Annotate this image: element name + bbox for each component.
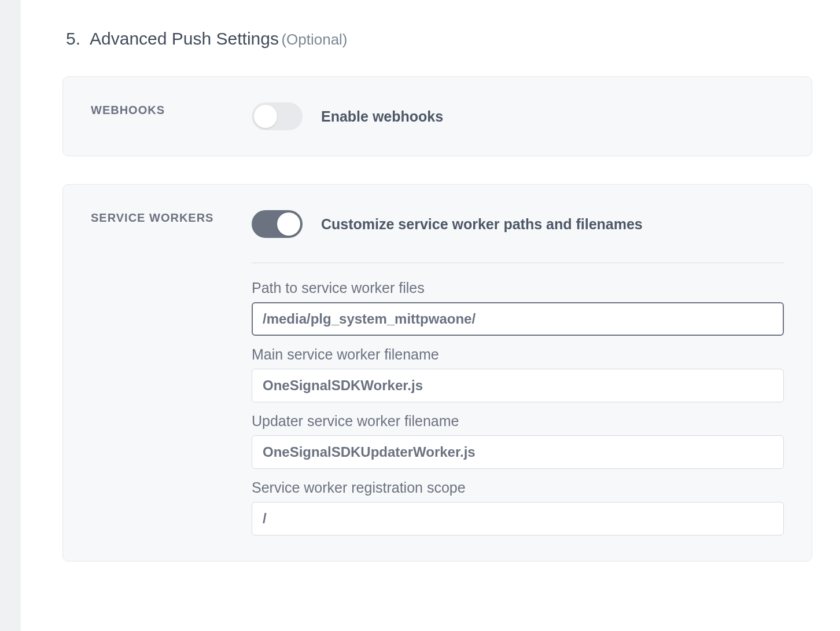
scope-label: Service worker registration scope	[252, 479, 784, 496]
path-label: Path to service worker files	[252, 280, 784, 296]
main-filename-label: Main service worker filename	[252, 346, 784, 363]
path-input[interactable]	[252, 302, 784, 336]
service-workers-toggle-label: Customize service worker paths and filen…	[321, 216, 643, 233]
webhooks-toggle-label: Enable webhooks	[321, 108, 443, 125]
scope-input[interactable]	[252, 502, 784, 535]
page-container: 5. Advanced Push Settings (Optional) WEB…	[21, 0, 840, 631]
updater-filename-input[interactable]	[252, 435, 784, 469]
webhooks-card: WEBHOOKS Enable webhooks	[62, 76, 812, 156]
section-title: Advanced Push Settings	[90, 29, 279, 48]
updater-filename-label: Updater service worker filename	[252, 413, 784, 430]
toggle-knob	[254, 105, 277, 128]
section-number: 5.	[66, 29, 80, 49]
webhooks-label: WEBHOOKS	[91, 104, 252, 117]
service-workers-label: SERVICE WORKERS	[91, 211, 252, 225]
service-workers-card: SERVICE WORKERS Customize service worker…	[62, 184, 812, 562]
service-workers-toggle[interactable]	[252, 210, 303, 238]
toggle-knob	[277, 212, 300, 236]
divider	[252, 262, 784, 263]
section-heading: 5. Advanced Push Settings (Optional)	[21, 0, 840, 49]
webhooks-toggle[interactable]	[252, 102, 303, 130]
section-optional: (Optional)	[281, 31, 347, 48]
main-filename-input[interactable]	[252, 369, 784, 402]
